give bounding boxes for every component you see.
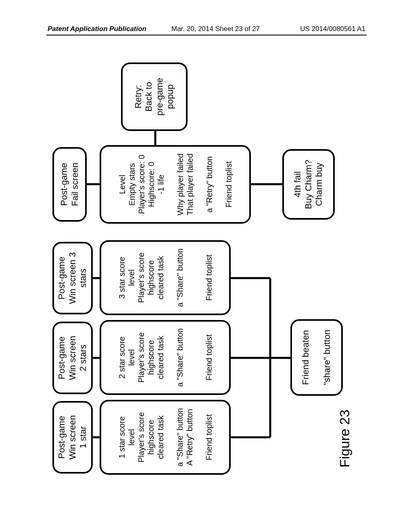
text: pre-game popup — [154, 66, 176, 127]
header-left: Patent Application Publication — [48, 25, 146, 33]
text: 1 star — [78, 405, 88, 470]
node-win-2star-header: Post-game Win screen 2 stars — [52, 322, 93, 394]
node-fail-header: Post-game Fail screen — [52, 147, 87, 222]
text: stars — [78, 246, 88, 310]
text: 2 stars — [78, 326, 88, 390]
text — [194, 244, 204, 311]
text — [165, 404, 175, 471]
text: 2 star score — [117, 324, 127, 391]
text: Friend toplist — [204, 404, 214, 471]
text: -1 life — [156, 149, 166, 220]
text: Post-game — [56, 246, 67, 310]
text: Friend toplist — [204, 244, 214, 311]
text: Back to — [144, 66, 154, 127]
text — [165, 324, 175, 391]
text — [311, 323, 322, 392]
text: Post-game — [56, 326, 67, 390]
text: Win screen 3 — [67, 246, 78, 310]
text — [195, 149, 204, 220]
text: Buy Charm? — [303, 153, 314, 216]
text: a "Retry" button — [204, 149, 214, 220]
text: Player's score — [136, 324, 146, 391]
node-win-1star-body: 1 star score level Player's score highsc… — [100, 400, 231, 475]
text: Player's score: 0 — [137, 149, 146, 220]
text: level — [127, 404, 136, 471]
text — [214, 149, 224, 220]
text: highscore — [146, 404, 156, 471]
text: Fail screen — [70, 151, 80, 218]
node-charm-buy: 4th fail Buy Charm? Charm buy — [282, 149, 335, 220]
text: Win screen — [67, 405, 78, 470]
text: Post-game — [56, 405, 67, 470]
text: Player's score — [136, 404, 146, 471]
text: A "Retry" button — [185, 404, 194, 471]
text: Friend toplist — [224, 149, 234, 220]
figure-label: Figure 23 — [337, 409, 353, 468]
text: "share" button — [322, 323, 332, 392]
text — [166, 149, 175, 220]
text: a "Share" button — [175, 324, 185, 391]
text: Level — [117, 149, 127, 220]
text: a "Share" button — [175, 244, 185, 311]
text: Player's score — [136, 244, 146, 311]
header-right: US 2014/0080561 A1 — [300, 25, 365, 33]
header-rule — [46, 35, 367, 35]
text: level — [127, 244, 136, 311]
text: a "Share" button — [175, 404, 185, 471]
text: Why player failed — [175, 149, 185, 220]
text: cleared task — [156, 404, 165, 471]
node-win-1star-header: Post-game Win screen 1 star — [52, 401, 93, 474]
node-friend-beaten: Friend beaten "share" button — [290, 319, 343, 396]
text: 3 star score — [117, 244, 127, 311]
text: cleared task — [156, 244, 165, 311]
text: Post-game — [59, 151, 69, 218]
node-win-2star-body: 2 star score level Player's score highsc… — [100, 320, 231, 395]
text: Friend beaten — [300, 323, 311, 392]
text: 4th fail — [292, 153, 303, 216]
text: Charm buy — [314, 153, 324, 216]
text: highscore — [146, 324, 156, 391]
node-fail-body: Level Empty stars Player's score: 0 High… — [100, 145, 251, 224]
text: Retry: — [133, 66, 144, 127]
header-mid: Mar. 20, 2014 Sheet 23 of 27 — [171, 25, 260, 33]
text: cleared task — [156, 324, 165, 391]
node-win-3star-body: 3 star score level Player's score highsc… — [100, 240, 231, 315]
text — [185, 324, 194, 391]
text: 1 star score — [117, 404, 127, 471]
text — [194, 404, 204, 471]
text: That player failed — [185, 149, 195, 220]
node-retry: Retry: Back to pre-game popup — [121, 62, 188, 131]
text: Empty stars — [127, 149, 137, 220]
text — [165, 244, 175, 311]
text: Highscore: 0 — [146, 149, 156, 220]
text: highscore — [146, 244, 156, 311]
text — [185, 244, 194, 311]
text: Win screen — [67, 326, 78, 390]
node-win-3star-header: Post-game Win screen 3 stars — [52, 242, 93, 314]
text: level — [127, 324, 136, 391]
text — [194, 324, 204, 391]
text: Friend toplist — [204, 324, 214, 391]
